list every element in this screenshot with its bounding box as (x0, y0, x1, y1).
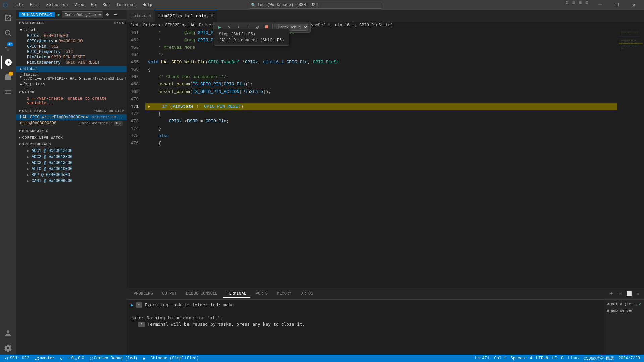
menu-selection[interactable]: Selection (44, 2, 71, 8)
term-tab-problems[interactable]: PROBLEMS (129, 290, 157, 297)
activity-git[interactable]: 47 (1, 41, 15, 54)
call-file-0: Drivers/STM... (92, 115, 123, 119)
status-location[interactable]: ◉ (141, 356, 146, 361)
var-gpiox-entry[interactable]: GPIOx@entry = 0x40010c00 (16, 39, 127, 44)
status-os[interactable]: Linux (566, 356, 581, 361)
xp-adc1[interactable]: ▶ ADC1 @ 0x40012400 (16, 148, 127, 154)
activity-explorer[interactable] (1, 11, 15, 25)
debug-more-btn[interactable]: ⋯ (112, 11, 119, 18)
variables-title: VARIABLES (22, 21, 44, 25)
tooltip-disconnect-label: [Alt] Disconnect (Shift+F5) (219, 38, 284, 43)
run-debug-button[interactable]: RUN AND DEBUG (19, 12, 55, 17)
xp-adc2[interactable]: ▶ ADC2 @ 0x40012800 (16, 154, 127, 160)
status-debug-mode[interactable]: ⬡ Cortex Debug (led) (88, 356, 139, 361)
terminal-add-btn[interactable]: + (608, 290, 615, 297)
menu-view[interactable]: View (72, 2, 87, 8)
global-group-header[interactable]: ▶ Global (16, 66, 127, 72)
menu-edit[interactable]: Edit (27, 2, 42, 8)
xp-can1[interactable]: ▶ CAN1 @ 0x40006c00 (16, 178, 127, 184)
status-utf8[interactable]: UTF-8 (535, 356, 549, 361)
close-button[interactable]: ✕ (626, 0, 641, 10)
tab-stm32-hal[interactable]: stm32f1xx_hal_gpio. M (155, 10, 217, 22)
status-sync[interactable]: ↻ (59, 356, 64, 361)
status-branch[interactable]: ⎇ master (33, 356, 56, 361)
tooltip-disconnect[interactable]: [Alt] Disconnect (Shift+F5) (218, 37, 285, 43)
registers-group-header[interactable]: ▶ Registers (16, 81, 127, 87)
menu-terminal[interactable]: Terminal (114, 2, 139, 8)
tab-main-c[interactable]: main.c M (127, 10, 155, 22)
code-content[interactable]: * @arg GPIO_PIN_RESET: to clear the port… (145, 29, 617, 288)
activity-remote[interactable] (1, 85, 15, 99)
status-csdn[interactable]: CSDN@时空·民居 (582, 356, 615, 361)
terminal-close-btn[interactable]: ✕ (634, 290, 641, 297)
activity-settings[interactable] (1, 341, 15, 355)
bc-drivers[interactable]: Drivers (143, 23, 160, 28)
ln-474: 474 (127, 125, 141, 132)
status-spaces[interactable]: Spaces: 4 (509, 356, 534, 361)
bc-hal-driver[interactable]: STM32F1xx_HAL_Driver (165, 23, 213, 28)
term-tab-debug-console[interactable]: DEBUG CONSOLE (182, 290, 222, 297)
terminal-maximize-btn[interactable]: ⬜ (625, 290, 633, 297)
xp-afio[interactable]: ▶ AFIO @ 0x40010000 (16, 166, 127, 172)
cortex-live-watch-header[interactable]: ▶ CORTEX LIVE WATCH (16, 134, 127, 141)
debug-icon: ⬡ (90, 356, 93, 361)
var-gpio-pin-entry[interactable]: GPIO_Pin@entry = 512 (16, 49, 127, 55)
terminal-area: PROBLEMS OUTPUT DEBUG CONSOLE TERMINAL P… (127, 288, 644, 355)
terminal-more-btn[interactable]: ⋯ (616, 290, 624, 297)
call-stack-item-0[interactable]: HAL_GPIO_WritePin@0x08000cd4 Drivers/STM… (16, 114, 127, 120)
status-date[interactable]: 2024/7/29 (617, 356, 641, 361)
variables-section-header[interactable]: ▼ VARIABLES 0x 0x (16, 20, 127, 26)
spaces-text: Spaces: 4 (511, 356, 532, 361)
menu-help[interactable]: Help (140, 2, 155, 8)
xp-adc3[interactable]: ▶ ADC3 @ 0x40013c00 (16, 160, 127, 166)
status-lang[interactable]: C (560, 356, 565, 361)
term-right-gdb-label: gdb-server (611, 309, 633, 313)
term-right-gdb[interactable]: ⊡ gdb-server (605, 307, 643, 314)
watch-section-header[interactable]: ▼ WATCH (16, 89, 127, 96)
debug-config-select[interactable]: Cortex Debug (led) (62, 11, 103, 18)
code-editor: 461 462 463 464 465 466 467 468 469 470 … (127, 29, 644, 288)
activity-debug[interactable] (1, 56, 15, 69)
terminal-controls: + ⋯ ⬜ ✕ (608, 290, 641, 297)
search-icon: 🔍 (251, 3, 256, 8)
menu-file[interactable]: File (11, 2, 26, 8)
local-group-header[interactable]: ▼ Local (16, 27, 127, 33)
call-stack-section-header[interactable]: ▼ CALL STACK Paused on step (16, 108, 127, 114)
menu-run[interactable]: Run (100, 2, 113, 8)
activity-search[interactable] (1, 26, 15, 40)
term-tab-output[interactable]: OUTPUT (158, 290, 181, 297)
static-group-header[interactable]: ▶ Static: ../Drivers/STM32F1xx_HAL_Drive… (16, 72, 127, 81)
activity-user[interactable] (1, 326, 15, 340)
var-gpio-pin[interactable]: GPIO_Pin = 512 (16, 44, 127, 49)
tab-stm32-hal-badge: M (211, 14, 213, 18)
terminal-content: ● * Executing task in folder led: make m… (127, 300, 604, 355)
xp-bkp[interactable]: ▶ BKP @ 0x40006c00 (16, 172, 127, 178)
term-tab-ports[interactable]: PORTS (252, 290, 272, 297)
tooltip-stop[interactable]: Stop (Shift+F5) (218, 31, 285, 37)
status-line-col[interactable]: Ln 471, Col 1 (474, 356, 508, 361)
maximize-button[interactable]: □ (609, 0, 625, 10)
watch-item-0[interactable]: i = <var-create: unable to create variab… (16, 96, 127, 106)
term-tab-memory[interactable]: MEMORY (273, 290, 296, 297)
svg-point-0 (5, 30, 10, 35)
title-search[interactable]: 🔍 led (Workspace) [SSH: U22] (248, 2, 382, 9)
xperipherals-section-header[interactable]: ▼ XPERIPHERALS (16, 141, 127, 148)
status-ssh[interactable]: ⟩⟨ SSH: U22 (3, 356, 31, 361)
term-tab-terminal[interactable]: TERMINAL (223, 290, 250, 298)
bc-led[interactable]: led (131, 23, 138, 28)
term-tab-xrtos[interactable]: XRTOS (297, 290, 317, 297)
call-stack-item-1[interactable]: main@0x08000308 Core/Src/main.c 100 (16, 120, 127, 126)
menu-go[interactable]: Go (88, 2, 98, 8)
var-pinstate-entry[interactable]: PinState@entry = GPIO_PIN_RESET (16, 60, 127, 65)
status-errors[interactable]: ✕ 0 ⚠ 0 0 (67, 356, 86, 361)
tab-bar: main.c M stm32f1xx_hal_gpio. M (127, 10, 644, 22)
debug-settings-btn[interactable]: ⚙ (104, 11, 111, 18)
status-eol[interactable]: LF (551, 356, 558, 361)
status-encoding-mode[interactable]: Chinese (Simplified) (149, 356, 200, 361)
breakpoints-section-header[interactable]: ▼ BREAKPOINTS (16, 128, 127, 134)
activity-extensions[interactable]: 1 (1, 70, 15, 84)
var-pinstate[interactable]: PinState = GPIO_PIN_RESET (16, 55, 127, 60)
minimize-button[interactable]: ─ (592, 0, 608, 10)
var-gpiox[interactable]: GPIOx = 0x40010c00 (16, 33, 127, 39)
term-right-build[interactable]: ⚙ Build (le... ✓ (605, 301, 643, 307)
